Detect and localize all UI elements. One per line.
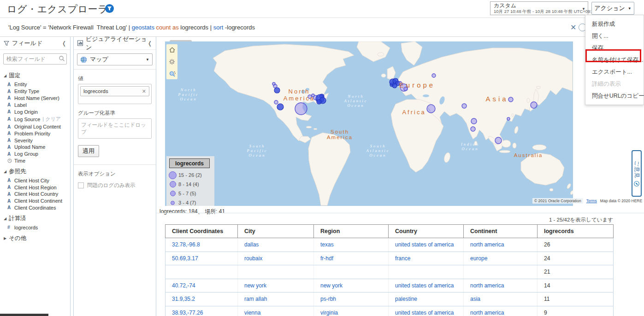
menu-item[interactable]: 保存	[585, 42, 644, 54]
map-home-button[interactable]	[168, 46, 176, 53]
collapse-panel-icon[interactable]: ❬	[62, 40, 66, 47]
map-bubble[interactable]	[508, 97, 513, 102]
problem-logs-checkbox[interactable]	[78, 182, 84, 188]
table-cell[interactable]: 38.93,-77.26	[165, 306, 238, 316]
map-bubble[interactable]	[404, 87, 408, 91]
field-item[interactable]: ALog Origin	[0, 108, 70, 115]
menu-item[interactable]: 新規作成	[585, 18, 644, 30]
table-cell[interactable]: united states of america	[389, 279, 464, 293]
table-cell[interactable]: virginia	[314, 306, 389, 316]
table-cell[interactable]: france	[389, 252, 464, 265]
search-fields-input[interactable]	[3, 53, 67, 64]
table-cell[interactable]: palestine	[389, 293, 464, 306]
field-item[interactable]: AClient Host City	[0, 177, 70, 184]
value-chip[interactable]: logrecords ✕	[80, 86, 149, 96]
column-header[interactable]: logrecords	[538, 225, 614, 238]
map-zoom-button[interactable]	[168, 70, 176, 77]
map-bubble[interactable]	[471, 118, 477, 124]
map-bubble[interactable]	[295, 103, 307, 115]
menu-item[interactable]: 名前を付けて保存...	[585, 54, 644, 66]
remove-chip-icon[interactable]: ✕	[142, 88, 146, 94]
map-bubble[interactable]	[392, 83, 397, 88]
field-item[interactable]: #logrecords	[0, 224, 70, 231]
field-item[interactable]: AClient Host Continent	[0, 198, 70, 205]
table-cell[interactable]: 40.72,-74	[165, 279, 238, 293]
field-item[interactable]: AOriginal Log Content	[0, 123, 70, 130]
group-by-dropzone[interactable]: フィールドをここにドロップ	[78, 118, 152, 139]
column-header[interactable]: Client Coordinates	[165, 225, 238, 238]
map-bubble[interactable]	[495, 137, 502, 144]
table-cell[interactable]: dallas	[238, 238, 314, 252]
map-bubble[interactable]	[531, 102, 537, 108]
field-item[interactable]: AEntity Type	[0, 88, 70, 95]
field-clear-link[interactable]: | クリア	[42, 116, 61, 123]
table-cell[interactable]: fr-hdf	[314, 252, 389, 265]
map-bubble[interactable]	[317, 99, 321, 104]
table-cell[interactable]: new york	[314, 279, 389, 293]
actions-button[interactable]: アクション ▼	[591, 2, 634, 15]
field-item[interactable]: AClient Coordinates	[0, 205, 70, 211]
field-group-header[interactable]: ◢固定	[0, 68, 70, 81]
column-header[interactable]: Region	[314, 225, 389, 238]
table-cell[interactable]: asia	[464, 293, 538, 306]
map-bubble[interactable]	[471, 127, 475, 131]
feedback-tab[interactable]: ご意見	[632, 150, 642, 197]
map-settings-button[interactable]	[168, 58, 176, 65]
map-bubble[interactable]	[308, 95, 312, 99]
map-bubble[interactable]	[427, 105, 435, 113]
table-cell[interactable]: 50.69,3.17	[165, 252, 238, 265]
menu-item[interactable]: 問合せURLのコピー	[585, 90, 644, 102]
field-item[interactable]: ALog Group	[0, 151, 70, 158]
field-item[interactable]: Time	[0, 158, 70, 164]
time-range-selector[interactable]: カスタム 10月 27 10:48 午前 - 10月 28 10:48 午前 U…	[490, 1, 588, 15]
column-header[interactable]: Continent	[464, 225, 538, 238]
clear-query-icon[interactable]: ✕	[570, 23, 576, 32]
table-cell[interactable]: europe	[464, 252, 538, 265]
table-cell[interactable]: 31.9,35.2	[165, 293, 238, 306]
field-item[interactable]: ALog Source| クリア	[0, 115, 70, 123]
menu-item[interactable]: 開く...	[585, 30, 644, 42]
apply-button[interactable]: 適用	[78, 145, 99, 157]
table-cell[interactable]: texas	[314, 238, 389, 252]
field-group-header[interactable]: ▶その他	[0, 231, 70, 244]
field-item[interactable]: AClient Host Country	[0, 191, 70, 198]
table-cell[interactable]: united states of america	[389, 306, 464, 316]
map-bubble[interactable]	[277, 104, 284, 110]
table-cell[interactable]: vienna	[238, 306, 314, 316]
field-group-header[interactable]: ◢計算済	[0, 211, 70, 224]
viz-type-select[interactable]: マップ ▼	[77, 53, 153, 65]
table-cell[interactable]: ram allah	[238, 293, 314, 306]
terms-link[interactable]: Terms	[586, 199, 597, 203]
search-icon[interactable]	[59, 55, 65, 64]
map-bubble[interactable]	[432, 74, 436, 77]
map-bubble[interactable]	[462, 104, 467, 108]
query-bar[interactable]: 'Log Source' = 'Network Firewall Threat …	[0, 18, 644, 37]
field-item[interactable]: AHost Name (Server)	[0, 95, 70, 102]
table-cell[interactable]: new york	[238, 279, 314, 293]
table-cell[interactable]: north america	[464, 238, 538, 252]
column-header[interactable]: City	[238, 225, 314, 238]
map-bubble[interactable]	[274, 88, 280, 93]
map-bubble[interactable]	[274, 100, 278, 104]
field-item[interactable]: AClient Host Region	[0, 184, 70, 191]
table-cell[interactable]: 32.78,-96.8	[165, 238, 238, 252]
value-field-box[interactable]: logrecords ✕	[78, 84, 152, 104]
field-group-header[interactable]: ◢参照先	[0, 164, 70, 177]
world-map[interactable]: NorthAmericaSouthAmericaEuropeAfricaAsia…	[165, 41, 573, 206]
field-item[interactable]: ASeverity	[0, 137, 70, 144]
field-item[interactable]: AEntity	[0, 81, 70, 88]
table-cell[interactable]: roubaix	[238, 252, 314, 265]
field-item[interactable]: ALabel	[0, 101, 70, 108]
menu-item[interactable]: エクスポート...	[585, 66, 644, 78]
column-header[interactable]: Country	[389, 225, 464, 238]
collapse-panel-icon[interactable]: ❬	[148, 40, 152, 47]
table-cell[interactable]: north america	[464, 279, 538, 293]
table-cell[interactable]: united states of america	[389, 238, 464, 252]
map-bubble[interactable]	[507, 117, 510, 120]
query-segment: geostats	[132, 24, 154, 31]
table-cell: 21	[538, 265, 614, 279]
table-cell[interactable]: ps-rbh	[314, 293, 389, 306]
table-cell[interactable]: north america	[464, 306, 538, 316]
field-item[interactable]: AProblem Priority	[0, 130, 70, 137]
field-item[interactable]: AUpload Name	[0, 144, 70, 151]
